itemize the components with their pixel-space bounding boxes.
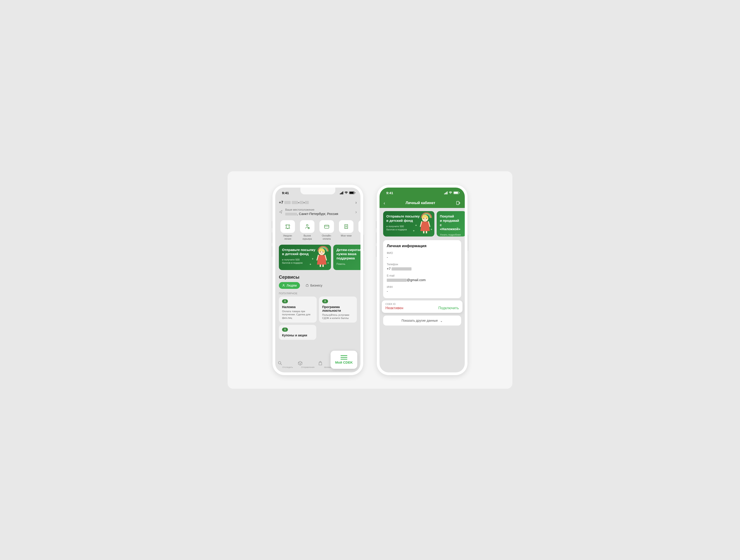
svg-point-5 bbox=[320, 251, 321, 252]
service-coupons[interactable]: Купоны и акции bbox=[279, 325, 316, 340]
status-time: 9:41 bbox=[386, 191, 393, 195]
bell-icon bbox=[285, 224, 291, 229]
status-time: 9:41 bbox=[282, 191, 289, 195]
battery-icon bbox=[453, 192, 459, 194]
my-cdek-button[interactable]: Мой CDEK bbox=[331, 351, 357, 369]
promo-carousel[interactable]: ✦✦✦ Отправьте посылку в детский фонд и п… bbox=[275, 241, 361, 270]
promo-charity[interactable]: ✦✦✦ Отправьте посылку в детский фонд и п… bbox=[279, 245, 331, 270]
tile-label: Вызов курьера bbox=[298, 234, 316, 241]
svg-rect-20 bbox=[426, 231, 427, 233]
service-title: Программа лояльности bbox=[322, 305, 354, 312]
status-indicators bbox=[340, 192, 355, 194]
promo-subtitle: Узнать подробнее bbox=[440, 233, 463, 236]
show-more-button[interactable]: Показать другие данные ⌄ bbox=[383, 316, 461, 326]
person-icon bbox=[282, 284, 285, 287]
svg-point-12 bbox=[325, 300, 326, 301]
screen-profile: 9:41 ‹ Личный кабинет ✦✦✦ Отправьте посы… bbox=[379, 188, 465, 372]
status-indicators bbox=[444, 192, 459, 194]
service-nalozhka[interactable]: Наложка Оплата товара при получении. Сде… bbox=[279, 297, 317, 323]
svg-point-18 bbox=[426, 218, 427, 219]
field-phone[interactable]: Телефон +7 bbox=[387, 263, 458, 270]
person-icon bbox=[324, 300, 327, 303]
svg-point-0 bbox=[306, 224, 308, 226]
location-value: , Санкт-Петербург, Россия bbox=[285, 212, 353, 216]
svg-point-6 bbox=[322, 251, 323, 252]
person-icon bbox=[284, 328, 286, 331]
tab-shipments[interactable]: Отправления bbox=[298, 361, 318, 368]
service-grid: Наложка Оплата товара при получении. Сде… bbox=[275, 297, 361, 325]
header-title: Личный кабинет bbox=[405, 201, 435, 205]
tab-label: Отправления bbox=[298, 366, 318, 368]
chip-label: Бизнесу bbox=[310, 284, 322, 287]
signal-icon bbox=[340, 192, 343, 194]
promo-nalozhka[interactable]: Покупай и продавай с «Наложкой» Узнать п… bbox=[437, 211, 465, 236]
phone-number: +7 -- bbox=[279, 200, 309, 205]
field-label: Телефон bbox=[387, 263, 458, 266]
canvas: 9:41 +7 -- › Ваше местоположение , Санкт… bbox=[227, 171, 513, 389]
chevron-down-icon: ⌄ bbox=[440, 319, 443, 323]
field-email[interactable]: E-mail @gmail.com bbox=[387, 274, 458, 282]
search-icon bbox=[278, 361, 282, 366]
location-label: Ваше местоположение bbox=[285, 208, 353, 211]
field-value: - bbox=[387, 255, 458, 259]
promo-title: Детям-сиротам нужна ваша поддержка bbox=[337, 248, 361, 260]
tile-label: Уведом- ления bbox=[279, 234, 296, 241]
person-icon bbox=[284, 300, 286, 303]
tile-label: Мои чеки bbox=[337, 234, 355, 237]
popular-label: ПОПУЛЯРНОЕ bbox=[275, 292, 361, 297]
profile-header: ‹ Личный кабинет bbox=[379, 198, 465, 208]
phone-number-row[interactable]: +7 -- › bbox=[275, 198, 361, 206]
box-icon bbox=[298, 361, 303, 366]
chip-people[interactable]: Людям bbox=[279, 282, 300, 289]
promo-subtitle: Помочь bbox=[337, 262, 361, 265]
shopping-bag-icon bbox=[318, 361, 323, 366]
service-title: Наложка bbox=[282, 305, 313, 309]
promo-title: Покупай и продавай с «Наложкой» bbox=[440, 214, 463, 231]
svg-rect-7 bbox=[320, 264, 321, 267]
location-arrow-icon bbox=[278, 210, 283, 214]
tab-label: Отследить bbox=[278, 366, 298, 368]
tile-notifications[interactable]: Уведом- ления bbox=[279, 220, 296, 241]
cdek-id-card[interactable]: CDEK ID Неактивен Подключить bbox=[382, 300, 462, 313]
tile-online-pay[interactable]: Онлайн- оплата bbox=[318, 220, 336, 241]
briefcase-icon bbox=[305, 284, 309, 287]
chevron-right-icon: › bbox=[355, 209, 357, 215]
field-fio[interactable]: ФИО - bbox=[387, 251, 458, 259]
courier-icon bbox=[304, 224, 310, 229]
svg-rect-8 bbox=[322, 264, 324, 267]
logout-button[interactable] bbox=[456, 201, 461, 206]
field-value: @gmail.com bbox=[387, 278, 458, 282]
card-icon bbox=[324, 224, 330, 229]
promo-charity[interactable]: ✦✦✦ Отправьте посылку в детский фонд и п… bbox=[383, 211, 434, 236]
service-loyalty[interactable]: Программа лояльности Пользуйтесь услугам… bbox=[319, 297, 357, 323]
tile-faq[interactable]: Вопросы и ответы bbox=[357, 220, 361, 241]
svg-rect-19 bbox=[423, 231, 425, 233]
location-row[interactable]: Ваше местоположение , Санкт-Петербург, Р… bbox=[275, 206, 361, 217]
quick-tiles: Уведом- ления Вызов курьера Онлайн- опла… bbox=[275, 217, 361, 241]
tile-courier[interactable]: Вызов курьера bbox=[298, 220, 316, 241]
cdek-id-connect[interactable]: Подключить bbox=[439, 306, 459, 310]
svg-point-14 bbox=[278, 361, 281, 364]
notch bbox=[405, 188, 440, 194]
field-label: E-mail bbox=[387, 274, 458, 277]
tile-label: Вопросы и ответы bbox=[357, 234, 361, 241]
promo-carousel[interactable]: ✦✦✦ Отправьте посылку в детский фонд и п… bbox=[379, 208, 465, 236]
notch bbox=[300, 188, 335, 194]
receipt-icon bbox=[343, 224, 349, 229]
services-heading: Сервисы bbox=[275, 270, 361, 282]
screen-home: 9:41 +7 -- › Ваше местоположение , Санкт… bbox=[275, 188, 361, 372]
field-label: ФИО bbox=[387, 251, 458, 255]
svg-rect-10 bbox=[306, 285, 308, 286]
service-desc: Оплата товара при получении. Сделка для … bbox=[282, 310, 313, 320]
tile-receipts[interactable]: Мои чеки bbox=[337, 220, 355, 241]
promo-orphans[interactable]: Детям-сиротам нужна ваша поддержка Помоч… bbox=[333, 245, 361, 270]
chip-label: Людям bbox=[287, 284, 297, 287]
service-title: Купоны и акции bbox=[282, 333, 313, 337]
menu-icon bbox=[341, 355, 347, 359]
back-button[interactable]: ‹ bbox=[384, 201, 385, 206]
chip-business[interactable]: Бизнесу bbox=[302, 282, 326, 289]
phone-right: 9:41 ‹ Личный кабинет ✦✦✦ Отправьте посы… bbox=[377, 185, 467, 375]
signal-icon bbox=[444, 192, 448, 194]
tab-track[interactable]: Отследить bbox=[278, 361, 298, 368]
field-inn[interactable]: ИНН - bbox=[387, 286, 458, 293]
